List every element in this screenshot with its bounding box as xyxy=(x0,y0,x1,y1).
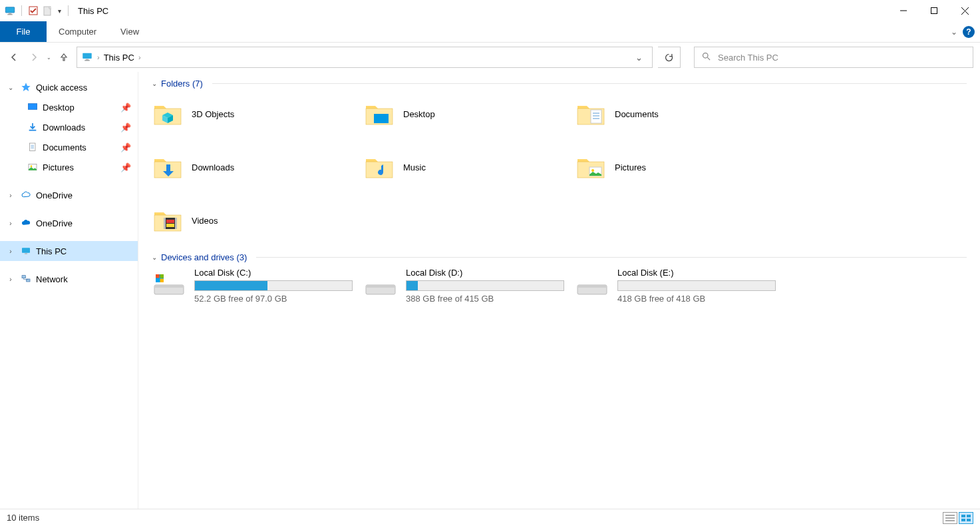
chevron-right-icon[interactable]: › xyxy=(5,192,16,199)
folder-icon xyxy=(152,98,184,130)
drive-free-text: 388 GB free of 415 GB xyxy=(406,294,564,304)
svg-rect-10 xyxy=(82,53,92,58)
folder-desktop[interactable]: Desktop xyxy=(363,94,575,134)
drive-free-text: 52.2 GB free of 97.0 GB xyxy=(194,294,353,304)
chevron-down-icon[interactable]: ⌄ xyxy=(5,84,16,91)
folder-icon xyxy=(152,151,184,183)
folder-downloads[interactable]: Downloads xyxy=(152,147,363,187)
svg-rect-15 xyxy=(28,104,37,110)
nav-back-button[interactable] xyxy=(7,50,21,65)
sidebar-network[interactable]: › Network xyxy=(0,269,138,289)
sidebar-item-downloads[interactable]: Downloads 📌 xyxy=(0,117,138,137)
nav-up-button[interactable] xyxy=(57,50,71,65)
address-bar[interactable]: › This PC › ⌄ xyxy=(77,47,653,68)
sidebar-onedrive[interactable]: › OneDrive xyxy=(0,185,138,205)
svg-rect-25 xyxy=(22,276,25,278)
drive-c[interactable]: Local Disk (C:) 52.2 GB free of 97.0 GB xyxy=(152,268,363,304)
svg-rect-42 xyxy=(164,218,166,229)
documents-icon xyxy=(27,141,39,153)
app-icon xyxy=(4,5,16,17)
folder-videos[interactable]: Videos xyxy=(152,200,363,240)
ribbon-tab-view[interactable]: View xyxy=(108,21,151,42)
search-box[interactable] xyxy=(694,47,973,68)
address-history-dropdown[interactable]: ⌄ xyxy=(629,53,648,63)
svg-rect-56 xyxy=(577,285,607,288)
svg-rect-3 xyxy=(7,14,13,15)
status-text: 10 items xyxy=(7,513,39,523)
maximize-button[interactable] xyxy=(919,0,949,21)
sidebar-item-desktop[interactable]: Desktop 📌 xyxy=(0,97,138,117)
content-pane: ⌄ Folders (7) 3D Objects Desktop xyxy=(138,72,980,509)
close-button[interactable] xyxy=(949,0,980,21)
chevron-right-icon[interactable]: › xyxy=(5,220,16,227)
svg-rect-50 xyxy=(160,274,164,278)
minimize-button[interactable] xyxy=(888,0,919,21)
folder-documents[interactable]: Documents xyxy=(575,94,786,134)
folder-label: Desktop xyxy=(403,109,435,119)
sidebar-onedrive[interactable]: › OneDrive xyxy=(0,213,138,233)
search-icon xyxy=(701,51,711,64)
ribbon-expand-icon[interactable]: ⌄ xyxy=(951,27,957,37)
drive-name: Local Disk (E:) xyxy=(617,268,776,278)
ribbon: File Computer View ⌄ ? xyxy=(0,21,980,43)
nav-forward-button[interactable] xyxy=(27,50,41,65)
folder-label: Documents xyxy=(615,109,659,119)
chevron-down-icon[interactable]: ⌄ xyxy=(152,80,157,87)
folder-icon xyxy=(575,151,607,183)
pc-icon xyxy=(81,51,93,65)
section-header-folders[interactable]: ⌄ Folders (7) xyxy=(152,79,967,89)
pictures-icon xyxy=(27,161,39,173)
refresh-button[interactable] xyxy=(658,47,681,68)
search-input[interactable] xyxy=(718,53,966,63)
ribbon-file-tab[interactable]: File xyxy=(0,21,47,42)
breadcrumb-arrow-icon[interactable]: › xyxy=(96,53,101,61)
navigation-pane: ⌄ Quick access Desktop 📌 Downloads 📌 Doc… xyxy=(0,72,138,509)
chevron-right-icon[interactable]: › xyxy=(5,276,16,283)
section-title: Folders (7) xyxy=(161,79,203,89)
drive-e[interactable]: Local Disk (E:) 418 GB free of 418 GB xyxy=(575,268,786,304)
svg-point-13 xyxy=(703,53,709,58)
folder-label: Music xyxy=(403,162,426,172)
pc-icon xyxy=(20,245,32,257)
folder-music[interactable]: Music xyxy=(363,147,575,187)
qat-newfolder-icon[interactable] xyxy=(42,5,54,17)
sidebar-item-label: Documents xyxy=(43,142,86,152)
chevron-right-icon[interactable]: › xyxy=(5,248,16,255)
sidebar-quick-access[interactable]: ⌄ Quick access xyxy=(0,77,138,97)
chevron-down-icon[interactable]: ⌄ xyxy=(152,254,157,261)
drive-name: Local Disk (D:) xyxy=(406,268,564,278)
view-details-button[interactable] xyxy=(943,512,957,524)
svg-rect-23 xyxy=(22,248,30,252)
folder-icon xyxy=(363,98,395,130)
qat-dropdown-icon[interactable]: ▾ xyxy=(57,7,63,15)
breadcrumb-arrow-icon[interactable]: › xyxy=(137,53,142,61)
qat-properties-icon[interactable] xyxy=(27,5,39,17)
ribbon-tab-computer[interactable]: Computer xyxy=(47,21,108,42)
section-title: Devices and drives (3) xyxy=(161,252,247,262)
sidebar-item-documents[interactable]: Documents 📌 xyxy=(0,137,138,157)
sidebar-this-pc[interactable]: › This PC xyxy=(0,241,138,261)
svg-rect-11 xyxy=(86,59,89,60)
svg-rect-7 xyxy=(931,8,937,14)
svg-rect-45 xyxy=(166,224,174,227)
pin-icon: 📌 xyxy=(120,123,131,132)
title-bar: ▾ This PC xyxy=(0,0,980,21)
download-icon xyxy=(27,121,39,133)
folder-label: Videos xyxy=(192,216,218,226)
sidebar-item-pictures[interactable]: Pictures 📌 xyxy=(0,157,138,177)
folder-pictures[interactable]: Pictures xyxy=(575,147,786,187)
svg-rect-31 xyxy=(591,110,601,123)
breadcrumb-current[interactable]: This PC xyxy=(104,53,134,63)
network-icon xyxy=(20,273,32,285)
drive-d[interactable]: Local Disk (D:) 388 GB free of 415 GB xyxy=(363,268,575,304)
folder-icon xyxy=(152,204,184,236)
nav-history-dropdown[interactable]: ⌄ xyxy=(47,55,51,61)
drive-icon xyxy=(363,268,398,297)
drive-usage-bar xyxy=(194,280,353,291)
section-header-drives[interactable]: ⌄ Devices and drives (3) xyxy=(152,252,967,262)
view-tiles-button[interactable] xyxy=(959,512,973,524)
sidebar-item-label: Pictures xyxy=(43,162,74,172)
help-icon[interactable]: ? xyxy=(963,26,975,38)
folder-label: 3D Objects xyxy=(192,109,234,119)
folder-3d-objects[interactable]: 3D Objects xyxy=(152,94,363,134)
